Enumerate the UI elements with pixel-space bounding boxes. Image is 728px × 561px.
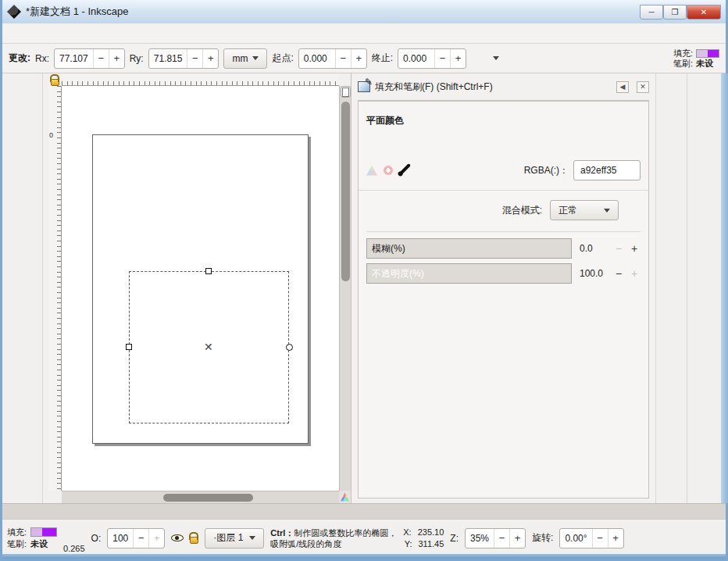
ry-label: Ry: — [130, 53, 144, 64]
rx-minus-button[interactable]: − — [93, 49, 109, 68]
rotation-spinbox[interactable]: 0.00° − + — [559, 528, 623, 548]
layer-dropdown[interactable]: ·图层 1 — [205, 528, 264, 548]
opacity-label: O: — [91, 533, 102, 544]
layer-visibility-icon[interactable] — [171, 534, 184, 541]
page-icon — [342, 88, 349, 97]
opacity-plus-button[interactable]: + — [148, 529, 164, 548]
dialog-title: 填充和笔刷(F) (Shift+Ctrl+F) — [375, 80, 493, 94]
horizontal-scroll-thumb[interactable] — [163, 494, 253, 502]
blur-minus-button[interactable]: − — [612, 242, 625, 255]
change-label: 更改: — [9, 52, 30, 65]
blend-mode-label: 混合模式: — [502, 204, 542, 217]
opacity-value: 100.0 — [575, 268, 609, 279]
horizontal-ruler[interactable] — [62, 73, 339, 86]
maximize-button[interactable]: ❐ — [663, 5, 687, 20]
status-bar: 填充: 笔刷:未设 0.265 O: 100 − + ·图层 1 Ctrl：制作… — [2, 519, 726, 556]
opacity-minus-button[interactable]: − — [133, 529, 148, 548]
rotate-minus-button[interactable]: − — [592, 529, 608, 548]
menu-bar — [2, 23, 726, 44]
zoom-label: Z: — [450, 533, 459, 544]
blur-slider[interactable]: 模糊(%) — [366, 238, 572, 259]
inkscape-window: *新建文档 1 - Inkscape ─ ❐ ✕ 更改: Rx: 77.107 … — [0, 0, 728, 561]
ry-spinbox[interactable]: 71.815 − + — [148, 48, 219, 69]
status-fill-swatch — [30, 527, 57, 537]
arc-handle-right[interactable] — [286, 344, 293, 351]
zoom-minus-button[interactable]: − — [494, 529, 509, 548]
chevron-down-icon — [604, 209, 610, 213]
end-minus-button[interactable]: − — [434, 49, 450, 68]
dialog-close-button[interactable]: ✕ — [637, 81, 649, 93]
toolbar-overflow-icon[interactable] — [493, 56, 499, 60]
end-plus-button[interactable]: + — [450, 49, 466, 68]
cms-toggle-button[interactable] — [339, 491, 351, 503]
rgba-input[interactable]: a92eff35 — [573, 160, 641, 180]
fill-swatch — [696, 49, 719, 58]
layer-lock-icon[interactable] — [190, 537, 198, 544]
vertical-ruler[interactable]: 0 — [48, 86, 62, 491]
canvas-area: 0 ✕ — [44, 73, 351, 503]
status-hint: Ctrl：制作圆或整数比率的椭圆， 吸附弧/线段的角度 — [270, 527, 397, 549]
fill-stroke-dialog-icon — [358, 81, 370, 92]
window-edge — [2, 554, 726, 559]
minimize-button[interactable]: ─ — [640, 5, 663, 20]
opacity-minus-button[interactable]: − — [612, 267, 625, 280]
window-title: *新建文档 1 - Inkscape — [26, 5, 129, 19]
dock-button[interactable]: ◀ — [616, 81, 629, 93]
unit-dropdown[interactable]: mm — [223, 48, 267, 69]
blend-mode-dropdown[interactable]: 正常 — [550, 200, 619, 220]
inkscape-logo-icon — [7, 5, 21, 19]
color-swatch-icon[interactable] — [384, 166, 393, 175]
fill-stroke-dialog: 填充和笔刷(F) (Shift+Ctrl+F) ◀ ✕ 平面颜色 — [351, 73, 655, 503]
rotate-plus-button[interactable]: + — [608, 529, 623, 548]
start-spinbox[interactable]: 0.000 − + — [298, 48, 367, 69]
resize-handle-top[interactable] — [205, 268, 212, 274]
rotate-label: 旋转: — [532, 531, 553, 545]
ellipse-shape[interactable] — [114, 190, 230, 246]
start-plus-button[interactable]: + — [351, 49, 366, 68]
cursor-coordinates: X:235.10 Y:311.45 — [403, 527, 444, 550]
vertical-scrollbar[interactable] — [339, 86, 351, 491]
close-button[interactable]: ✕ — [687, 5, 721, 20]
blur-plus-button[interactable]: + — [628, 242, 641, 255]
title-bar[interactable]: *新建文档 1 - Inkscape ─ ❐ ✕ — [2, 0, 726, 23]
object-opacity-spinbox[interactable]: 100 − + — [107, 528, 165, 548]
rx-spinbox[interactable]: 77.107 − + — [54, 48, 125, 69]
end-spinbox[interactable]: 0.000 − + — [398, 48, 466, 69]
toolbox — [4, 73, 43, 503]
ry-minus-button[interactable]: − — [187, 49, 202, 68]
ry-plus-button[interactable]: + — [202, 49, 218, 68]
start-minus-button[interactable]: − — [335, 49, 351, 68]
scroll-corner-button[interactable] — [341, 86, 351, 98]
rx-label: Rx: — [35, 53, 49, 64]
center-mark: ✕ — [204, 341, 213, 353]
eyedropper-icon[interactable] — [400, 163, 411, 174]
vertical-scroll-thumb[interactable] — [341, 102, 350, 281]
drawing-canvas[interactable]: ✕ — [62, 86, 339, 491]
end-label: 终止: — [372, 52, 393, 65]
snap-controls-bar — [687, 73, 721, 503]
status-fill-stroke[interactable]: 填充: 笔刷:未设 — [7, 527, 57, 550]
guide-lock-icon[interactable] — [48, 73, 62, 86]
opacity-plus-button[interactable]: + — [628, 267, 641, 280]
rx-plus-button[interactable]: + — [109, 49, 124, 68]
flat-color-label: 平面颜色 — [366, 114, 641, 127]
commands-bar — [655, 73, 687, 503]
opacity-slider[interactable]: 不透明度(%) — [366, 263, 572, 284]
rgba-label: RGBA(:)： — [524, 164, 569, 177]
color-palette — [2, 503, 726, 519]
window-edge — [721, 73, 728, 503]
color-wheel-icon[interactable] — [366, 166, 377, 176]
resize-handle-left[interactable] — [126, 344, 132, 350]
color-managed-icon — [341, 493, 349, 502]
zoom-spinbox[interactable]: 35% − + — [465, 528, 526, 548]
zoom-plus-button[interactable]: + — [509, 529, 525, 548]
blur-value: 0.0 — [575, 243, 609, 254]
fill-stroke-indicator[interactable]: 填充: 笔刷:未设 — [673, 48, 719, 69]
start-label: 起点: — [272, 52, 293, 65]
tool-options-bar: 更改: Rx: 77.107 − + Ry: 71.815 − + mm 起点:… — [2, 44, 726, 73]
chevron-down-icon — [252, 56, 259, 60]
chevron-down-icon — [249, 536, 255, 540]
horizontal-scrollbar[interactable] — [62, 491, 339, 503]
